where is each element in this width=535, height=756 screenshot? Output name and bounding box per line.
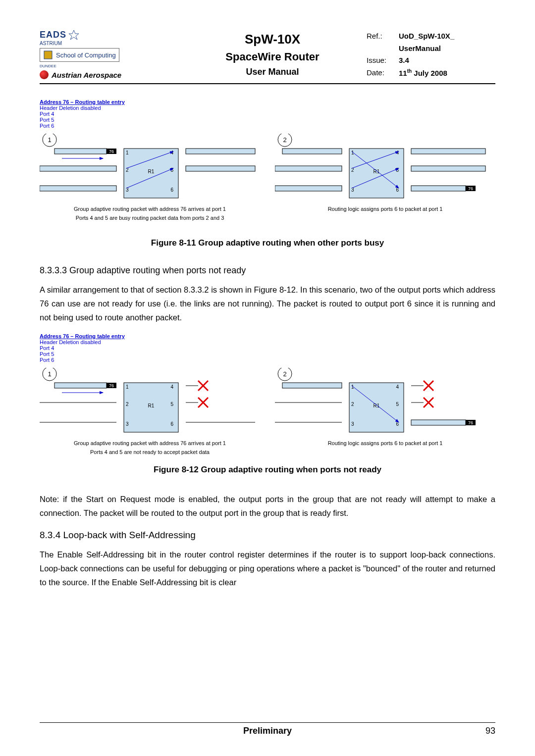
svg-text:1: 1 <box>351 150 354 155</box>
svg-text:5: 5 <box>396 167 399 173</box>
svg-rect-0 <box>44 51 52 59</box>
meta-ref: Ref.: UoD_SpW-10X_ <box>367 32 495 40</box>
diagram-1-right: 2 1 2 3 4 5 6 R1 76 <box>275 134 493 203</box>
svg-text:2: 2 <box>351 402 354 407</box>
svg-text:1: 1 <box>48 370 51 378</box>
step-2-label: 2 <box>283 136 286 144</box>
addr-line: Port 4 <box>40 111 495 117</box>
svg-rect-35 <box>411 166 485 171</box>
figure-8-12: 1 1 2 3 4 5 6 R1 76 <box>40 368 495 455</box>
section-834-para: The Enable Self-Addressing bit in the ro… <box>40 548 495 589</box>
ref-value2: UserManual <box>399 44 441 52</box>
eads-star-icon <box>68 30 79 41</box>
eads-logo-text: EADS <box>40 30 66 40</box>
svg-rect-33 <box>275 186 342 191</box>
section-834-heading: 8.3.4 Loop-back with Self-Addressing <box>40 530 495 541</box>
svg-text:3: 3 <box>351 421 354 427</box>
addr-line: Port 5 <box>40 351 495 357</box>
svg-rect-75 <box>282 383 342 388</box>
issue-label: Issue: <box>367 56 399 64</box>
diagram-1-left: 1 1 2 3 4 5 6 R1 76 <box>40 134 258 203</box>
svg-rect-34 <box>411 149 485 154</box>
svg-rect-31 <box>282 149 342 154</box>
svg-rect-36 <box>411 186 466 191</box>
addr-line: Header Deletion disabled <box>40 339 495 345</box>
fig1-right: 2 1 2 3 4 5 6 R1 76 Routing logic assign… <box>275 134 495 221</box>
date-label: Date: <box>367 68 399 77</box>
addr-title-2: Address 76 – Routing table entry <box>40 333 495 339</box>
svg-rect-11 <box>54 149 107 154</box>
addr-title: Address 76 – Routing table entry <box>40 99 495 105</box>
svg-text:1: 1 <box>126 150 129 155</box>
figure-8-12-title: Figure 8-12 Group adaptive routing when … <box>40 465 495 475</box>
diagram-2-left: 1 1 2 3 4 5 6 R1 76 <box>40 368 258 437</box>
meta-date: Date: 11th July 2008 <box>367 68 495 77</box>
page-number: 93 <box>485 726 495 736</box>
svg-text:5: 5 <box>396 402 399 407</box>
school-text: School of Computing <box>56 51 116 59</box>
svg-text:2: 2 <box>126 402 129 407</box>
meta-ref2: UserManual <box>367 44 495 52</box>
austrian-text: Austrian Aerospace <box>52 71 121 79</box>
address-block-1: Address 76 – Routing table entry Header … <box>40 99 495 129</box>
address-block-2: Address 76 – Routing table entry Header … <box>40 333 495 363</box>
svg-text:R1: R1 <box>148 403 155 408</box>
fig1-cap1a: Group adaptive routing packet with addre… <box>40 206 260 212</box>
ref-label: Ref.: <box>367 32 399 40</box>
document-header: EADS ASTRIUM School of Computing DUNDEE … <box>40 30 495 84</box>
fig2-cap1a: Group adaptive routing packet with addre… <box>40 440 260 446</box>
x-mark-icon <box>198 381 208 391</box>
meta-issue: Issue: 3.4 <box>367 56 495 64</box>
section-8333-heading: 8.3.3.3 Group adaptive routing when port… <box>40 265 495 276</box>
page-footer: Preliminary 93 <box>40 722 495 736</box>
fig2-cap1b: Ports 4 and 5 are not ready to accept pa… <box>40 449 260 455</box>
figure-8-11: 1 1 2 3 4 5 6 R1 76 Group adaptive routi… <box>40 134 495 221</box>
x-mark-icon <box>198 398 208 407</box>
logo-column: EADS ASTRIUM School of Computing DUNDEE … <box>40 30 178 79</box>
svg-text:3: 3 <box>126 421 129 427</box>
addr-line: Port 4 <box>40 345 495 351</box>
figure-8-11-title: Figure 8-11 Group adaptive routing when … <box>40 238 495 248</box>
svg-text:76: 76 <box>109 383 114 388</box>
eads-subtitle: ASTRIUM <box>40 41 178 46</box>
diagram-2-right: 2 1 2 3 4 5 6 R1 76 <box>275 368 493 437</box>
svg-text:1: 1 <box>126 384 129 390</box>
dundee-text: DUNDEE <box>40 64 178 68</box>
svg-text:R1: R1 <box>374 403 380 408</box>
school-of-computing-box: School of Computing <box>40 48 119 62</box>
svg-rect-17 <box>186 166 255 171</box>
svg-text:R1: R1 <box>374 169 380 174</box>
fig1-left: 1 1 2 3 4 5 6 R1 76 Group adaptive routi… <box>40 134 260 221</box>
svg-text:R1: R1 <box>148 169 155 174</box>
x-mark-icon <box>424 398 433 407</box>
eads-logo-block: EADS ASTRIUM <box>40 30 178 46</box>
svg-text:6: 6 <box>170 421 173 427</box>
title-column: SpW-10X SpaceWire Router User Manual <box>178 30 367 79</box>
addr-line: Port 6 <box>40 123 495 129</box>
fig2-right: 2 1 2 3 4 5 6 R1 76 <box>275 368 495 455</box>
svg-text:4: 4 <box>396 384 399 390</box>
svg-rect-52 <box>54 383 107 388</box>
note-para: Note: if the Start on Request mode is en… <box>40 492 495 520</box>
svg-rect-15 <box>40 186 116 191</box>
svg-rect-16 <box>186 149 255 154</box>
svg-text:6: 6 <box>170 187 173 193</box>
addr-line: Header Deletion disabled <box>40 105 495 111</box>
svg-rect-80 <box>411 420 466 425</box>
svg-text:4: 4 <box>170 150 173 155</box>
svg-text:4: 4 <box>170 384 173 390</box>
svg-text:76: 76 <box>468 420 473 425</box>
issue-value: 3.4 <box>399 56 409 64</box>
doc-subtitle: SpaceWire Router <box>178 50 367 63</box>
crest-icon <box>43 50 53 60</box>
section-8333-para: A similar arrangement to that of section… <box>40 283 495 324</box>
fig1-cap1b: Ports 4 and 5 are busy routing packet da… <box>40 215 260 221</box>
austrian-dot-icon <box>40 70 49 79</box>
svg-text:4: 4 <box>396 150 399 155</box>
footer-center: Preliminary <box>243 726 292 736</box>
svg-text:1: 1 <box>351 384 354 390</box>
svg-text:5: 5 <box>170 402 173 407</box>
fig2-cap2: Routing logic assigns ports 6 to packet … <box>275 440 495 446</box>
svg-text:76: 76 <box>468 186 473 191</box>
x-mark-icon <box>424 381 433 391</box>
